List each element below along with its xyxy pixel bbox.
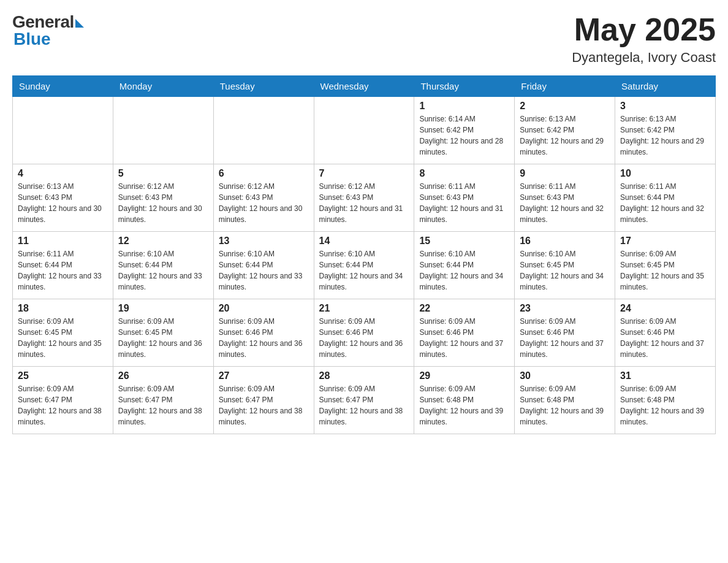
day-info: Sunrise: 6:10 AMSunset: 6:45 PMDaylight:…: [520, 248, 610, 293]
page-header: General Blue May 2025 Dyantegela, Ivory …: [12, 12, 716, 66]
calendar-cell: 14Sunrise: 6:10 AMSunset: 6:44 PMDayligh…: [314, 232, 414, 299]
calendar-header-row: SundayMondayTuesdayWednesdayThursdayFrid…: [13, 76, 716, 97]
day-number: 22: [419, 303, 509, 314]
day-info: Sunrise: 6:12 AMSunset: 6:43 PMDaylight:…: [118, 181, 208, 225]
calendar-cell: 19Sunrise: 6:09 AMSunset: 6:45 PMDayligh…: [113, 299, 213, 367]
day-info: Sunrise: 6:10 AMSunset: 6:44 PMDaylight:…: [419, 248, 509, 293]
calendar-cell: [13, 97, 113, 164]
calendar-cell: 22Sunrise: 6:09 AMSunset: 6:46 PMDayligh…: [414, 299, 515, 367]
day-info: Sunrise: 6:09 AMSunset: 6:47 PMDaylight:…: [18, 383, 108, 427]
day-number: 7: [319, 168, 409, 179]
day-number: 13: [219, 236, 309, 247]
calendar-cell: 11Sunrise: 6:11 AMSunset: 6:44 PMDayligh…: [13, 232, 113, 299]
day-info: Sunrise: 6:09 AMSunset: 6:48 PMDaylight:…: [419, 383, 509, 427]
logo-triangle-icon: [75, 19, 84, 28]
day-number: 11: [18, 236, 108, 247]
calendar-cell: [113, 97, 213, 164]
day-number: 27: [219, 370, 309, 381]
day-info: Sunrise: 6:11 AMSunset: 6:43 PMDaylight:…: [419, 181, 509, 225]
day-info: Sunrise: 6:09 AMSunset: 6:46 PMDaylight:…: [219, 316, 309, 360]
calendar-cell: 15Sunrise: 6:10 AMSunset: 6:44 PMDayligh…: [414, 232, 515, 299]
day-info: Sunrise: 6:09 AMSunset: 6:48 PMDaylight:…: [520, 383, 610, 427]
day-info: Sunrise: 6:09 AMSunset: 6:47 PMDaylight:…: [319, 383, 409, 427]
calendar-day-header: Wednesday: [314, 76, 414, 97]
day-number: 23: [520, 303, 610, 314]
location-text: Dyantegela, Ivory Coast: [572, 50, 716, 66]
day-info: Sunrise: 6:09 AMSunset: 6:46 PMDaylight:…: [620, 316, 710, 360]
logo-blue-text: Blue: [12, 29, 51, 49]
calendar-cell: 23Sunrise: 6:09 AMSunset: 6:46 PMDayligh…: [515, 299, 615, 367]
day-info: Sunrise: 6:09 AMSunset: 6:45 PMDaylight:…: [620, 248, 710, 293]
calendar-cell: 13Sunrise: 6:10 AMSunset: 6:44 PMDayligh…: [213, 232, 314, 299]
day-number: 17: [620, 236, 710, 247]
calendar-week-row: 11Sunrise: 6:11 AMSunset: 6:44 PMDayligh…: [13, 232, 716, 299]
month-title: May 2025: [572, 12, 716, 47]
day-number: 16: [520, 236, 610, 247]
calendar-cell: 3Sunrise: 6:13 AMSunset: 6:42 PMDaylight…: [615, 97, 716, 164]
calendar-day-header: Tuesday: [213, 76, 314, 97]
calendar-cell: 2Sunrise: 6:13 AMSunset: 6:42 PMDaylight…: [515, 97, 615, 164]
day-info: Sunrise: 6:10 AMSunset: 6:44 PMDaylight:…: [219, 248, 309, 293]
day-number: 26: [118, 370, 208, 381]
day-info: Sunrise: 6:10 AMSunset: 6:44 PMDaylight:…: [118, 248, 208, 293]
day-info: Sunrise: 6:14 AMSunset: 6:42 PMDaylight:…: [419, 113, 509, 158]
calendar-cell: 30Sunrise: 6:09 AMSunset: 6:48 PMDayligh…: [515, 367, 615, 434]
calendar-week-row: 25Sunrise: 6:09 AMSunset: 6:47 PMDayligh…: [13, 367, 716, 434]
calendar-week-row: 4Sunrise: 6:13 AMSunset: 6:43 PMDaylight…: [13, 164, 716, 232]
day-info: Sunrise: 6:13 AMSunset: 6:42 PMDaylight:…: [620, 113, 710, 158]
calendar-day-header: Sunday: [13, 76, 113, 97]
day-info: Sunrise: 6:11 AMSunset: 6:44 PMDaylight:…: [620, 181, 710, 225]
day-number: 3: [620, 101, 710, 112]
calendar-body: 1Sunrise: 6:14 AMSunset: 6:42 PMDaylight…: [13, 97, 716, 434]
title-area: May 2025 Dyantegela, Ivory Coast: [572, 12, 716, 66]
day-info: Sunrise: 6:09 AMSunset: 6:47 PMDaylight:…: [118, 383, 208, 427]
day-number: 14: [319, 236, 409, 247]
day-number: 31: [620, 370, 710, 381]
day-number: 19: [118, 303, 208, 314]
day-number: 25: [18, 370, 108, 381]
calendar-day-header: Monday: [113, 76, 213, 97]
day-info: Sunrise: 6:13 AMSunset: 6:42 PMDaylight:…: [520, 113, 610, 158]
logo: General Blue: [12, 12, 84, 49]
calendar-cell: 17Sunrise: 6:09 AMSunset: 6:45 PMDayligh…: [615, 232, 716, 299]
day-number: 30: [520, 370, 610, 381]
day-number: 18: [18, 303, 108, 314]
calendar-cell: 28Sunrise: 6:09 AMSunset: 6:47 PMDayligh…: [314, 367, 414, 434]
calendar-cell: 5Sunrise: 6:12 AMSunset: 6:43 PMDaylight…: [113, 164, 213, 232]
calendar-cell: [314, 97, 414, 164]
calendar-cell: 4Sunrise: 6:13 AMSunset: 6:43 PMDaylight…: [13, 164, 113, 232]
calendar-cell: 12Sunrise: 6:10 AMSunset: 6:44 PMDayligh…: [113, 232, 213, 299]
day-info: Sunrise: 6:09 AMSunset: 6:46 PMDaylight:…: [419, 316, 509, 360]
calendar-cell: 26Sunrise: 6:09 AMSunset: 6:47 PMDayligh…: [113, 367, 213, 434]
calendar-cell: 25Sunrise: 6:09 AMSunset: 6:47 PMDayligh…: [13, 367, 113, 434]
calendar-week-row: 1Sunrise: 6:14 AMSunset: 6:42 PMDaylight…: [13, 97, 716, 164]
day-number: 20: [219, 303, 309, 314]
calendar-cell: 21Sunrise: 6:09 AMSunset: 6:46 PMDayligh…: [314, 299, 414, 367]
day-info: Sunrise: 6:11 AMSunset: 6:44 PMDaylight:…: [18, 248, 108, 293]
calendar-cell: 27Sunrise: 6:09 AMSunset: 6:47 PMDayligh…: [213, 367, 314, 434]
calendar-day-header: Thursday: [414, 76, 515, 97]
day-info: Sunrise: 6:09 AMSunset: 6:48 PMDaylight:…: [620, 383, 710, 427]
day-info: Sunrise: 6:09 AMSunset: 6:45 PMDaylight:…: [118, 316, 208, 360]
calendar-cell: 9Sunrise: 6:11 AMSunset: 6:43 PMDaylight…: [515, 164, 615, 232]
day-info: Sunrise: 6:09 AMSunset: 6:45 PMDaylight:…: [18, 316, 108, 360]
day-info: Sunrise: 6:13 AMSunset: 6:43 PMDaylight:…: [18, 181, 108, 225]
day-info: Sunrise: 6:10 AMSunset: 6:44 PMDaylight:…: [319, 248, 409, 293]
day-number: 9: [520, 168, 610, 179]
calendar-table: SundayMondayTuesdayWednesdayThursdayFrid…: [12, 75, 716, 434]
calendar-cell: 29Sunrise: 6:09 AMSunset: 6:48 PMDayligh…: [414, 367, 515, 434]
calendar-day-header: Saturday: [615, 76, 716, 97]
calendar-week-row: 18Sunrise: 6:09 AMSunset: 6:45 PMDayligh…: [13, 299, 716, 367]
day-number: 6: [219, 168, 309, 179]
calendar-cell: 7Sunrise: 6:12 AMSunset: 6:43 PMDaylight…: [314, 164, 414, 232]
day-info: Sunrise: 6:11 AMSunset: 6:43 PMDaylight:…: [520, 181, 610, 225]
day-number: 10: [620, 168, 710, 179]
day-info: Sunrise: 6:09 AMSunset: 6:46 PMDaylight:…: [520, 316, 610, 360]
day-info: Sunrise: 6:09 AMSunset: 6:47 PMDaylight:…: [219, 383, 309, 427]
day-number: 2: [520, 101, 610, 112]
day-number: 24: [620, 303, 710, 314]
calendar-cell: 10Sunrise: 6:11 AMSunset: 6:44 PMDayligh…: [615, 164, 716, 232]
calendar-cell: 16Sunrise: 6:10 AMSunset: 6:45 PMDayligh…: [515, 232, 615, 299]
calendar-cell: 6Sunrise: 6:12 AMSunset: 6:43 PMDaylight…: [213, 164, 314, 232]
day-number: 5: [118, 168, 208, 179]
